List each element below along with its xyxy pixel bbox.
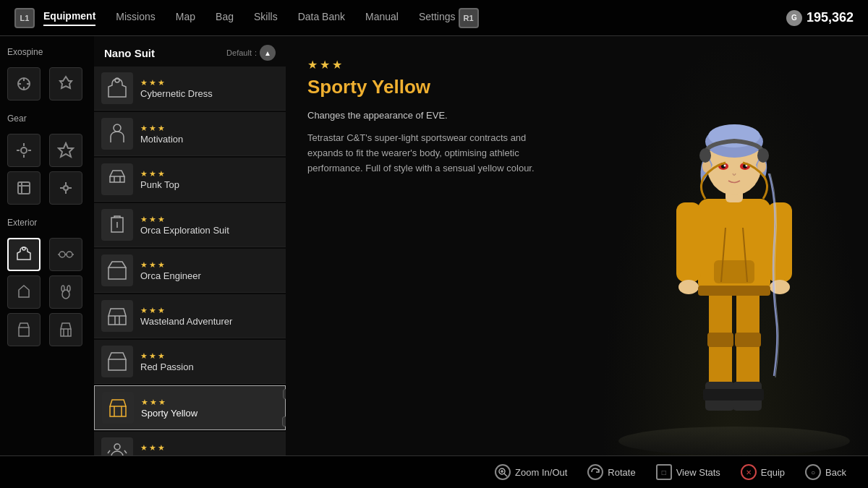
equip-item-8[interactable]: ★★★ Junk Mechanic xyxy=(94,432,286,455)
detail-name: Sporty Yellow xyxy=(307,76,579,98)
exterior-label: Exterior xyxy=(7,218,87,228)
nav-settings[interactable]: Settings xyxy=(419,11,456,25)
gear-slot-3[interactable] xyxy=(7,171,41,205)
detail-description: Tetrastar C&T's super-light sportswear c… xyxy=(307,131,539,176)
exterior-slot-6[interactable] xyxy=(49,313,82,346)
equip-item-3[interactable]: ★★★ Orca Exploration Suit xyxy=(94,203,286,247)
list-title: Nano Suit xyxy=(104,47,155,59)
svg-point-9 xyxy=(61,286,64,291)
svg-marker-2 xyxy=(59,143,73,157)
equip-stars-5: ★★★ xyxy=(140,306,278,315)
exospine-slot-2[interactable] xyxy=(49,67,82,100)
bottom-bar: Zoom In/Out Rotate □ View Stats ✕ Equip … xyxy=(0,455,868,488)
svg-point-43 xyxy=(757,148,769,163)
equip-icon-2 xyxy=(101,163,133,195)
main-content: Exospine Gear xyxy=(0,36,868,455)
svg-rect-16 xyxy=(707,333,733,347)
equip-stars-7: ★★★ xyxy=(141,398,278,407)
equip-icon-6 xyxy=(101,346,133,377)
nav-equipment[interactable]: Equipment xyxy=(43,10,95,26)
equip-info-3: ★★★ Orca Exploration Suit xyxy=(140,215,278,236)
equip-item-7[interactable]: ★★★ Sporty Yellow L2 ▲ ▼ R2 xyxy=(94,385,286,430)
exterior-slot-5[interactable] xyxy=(7,313,41,346)
rotate-icon xyxy=(587,464,603,480)
exterior-slot-3[interactable] xyxy=(7,275,41,309)
svg-point-10 xyxy=(67,286,70,291)
equip-info-4: ★★★ Orca Engineer xyxy=(140,260,278,281)
exterior-slot-glasses[interactable] xyxy=(49,238,82,271)
equip-name-7: Sporty Yellow xyxy=(141,408,278,419)
equip-name-5: Wasteland Adventurer xyxy=(140,316,278,327)
equip-item-0[interactable]: ★★★ Cybernetic Dress xyxy=(94,67,286,111)
nav-databank[interactable]: Data Bank xyxy=(298,11,345,25)
nav-bag[interactable]: Bag xyxy=(216,11,234,25)
nav-manual[interactable]: Manual xyxy=(365,11,399,25)
currency-amount: 195,362 xyxy=(807,10,854,25)
equip-info-6: ★★★ Red Passion xyxy=(140,351,278,372)
list-header: Nano Suit Default : ▲ xyxy=(94,36,286,67)
gear-slot-1[interactable] xyxy=(7,134,41,167)
scroll-l2: L2 xyxy=(283,389,286,399)
equip-name-4: Orca Engineer xyxy=(140,270,278,281)
svg-point-4 xyxy=(64,186,68,190)
character-figure xyxy=(640,72,828,434)
rotate-label: Rotate xyxy=(608,467,635,478)
svg-point-28 xyxy=(678,280,699,294)
svg-rect-27 xyxy=(767,202,792,282)
l1-button[interactable]: L1 xyxy=(14,8,35,28)
detail-panel: ★★★ Sporty Yellow Changes the appearance… xyxy=(286,36,600,455)
svg-rect-17 xyxy=(735,333,761,347)
nav-map[interactable]: Map xyxy=(176,11,195,25)
svg-point-6 xyxy=(59,252,65,257)
equip-item-4[interactable]: ★★★ Orca Engineer xyxy=(94,249,286,293)
gear-label: Gear xyxy=(7,114,87,124)
svg-rect-26 xyxy=(676,202,701,282)
equip-icon-5 xyxy=(101,300,133,332)
exospine-slot-1[interactable] xyxy=(7,67,41,100)
equip-icon-3 xyxy=(101,209,133,241)
default-btn[interactable]: ▲ xyxy=(260,45,276,61)
svg-point-38 xyxy=(724,165,726,167)
equip-item-1[interactable]: ★★★ Motivation xyxy=(94,112,286,156)
equip-item-2[interactable]: ★★★ Punk Top xyxy=(94,158,286,202)
svg-rect-23 xyxy=(714,260,754,283)
exterior-slot-rabbit[interactable] xyxy=(49,275,82,309)
equip-stars-6: ★★★ xyxy=(140,351,278,361)
detail-subtitle: Changes the appearance of EVE. xyxy=(307,110,579,121)
list-default: Default : ▲ xyxy=(226,45,276,61)
gear-slot-2[interactable] xyxy=(49,134,82,167)
svg-rect-3 xyxy=(18,182,30,194)
default-label: Default xyxy=(226,48,252,57)
exterior-slot-suit[interactable] xyxy=(7,238,41,271)
action-zoom[interactable]: Zoom In/Out xyxy=(495,464,567,480)
r1-button[interactable]: R1 xyxy=(459,8,479,28)
equip-info-5: ★★★ Wasteland Adventurer xyxy=(140,306,278,327)
zoom-icon xyxy=(495,464,511,480)
currency-icon: G xyxy=(786,10,802,26)
equip-icon-4 xyxy=(101,254,133,286)
equip-info-0: ★★★ Cybernetic Dress xyxy=(140,78,278,99)
exospine-label: Exospine xyxy=(7,47,87,57)
left-sidebar: Exospine Gear xyxy=(0,36,94,455)
nav-missions[interactable]: Missions xyxy=(116,11,155,25)
svg-point-42 xyxy=(699,148,711,163)
equip-item-6[interactable]: ★★★ Red Passion xyxy=(94,340,286,384)
svg-rect-44 xyxy=(698,286,770,296)
equip-name-8: Junk Mechanic xyxy=(140,453,278,456)
character-preview xyxy=(600,36,868,455)
action-viewstats[interactable]: □ View Stats xyxy=(656,464,720,480)
equip-icon-8 xyxy=(101,437,133,455)
top-nav: L1 Equipment Missions Map Bag Skills Dat… xyxy=(0,0,868,36)
action-equip[interactable]: ✕ Equip xyxy=(741,464,785,480)
equip-stars-3: ★★★ xyxy=(140,215,278,224)
gear-slot-4[interactable] xyxy=(49,171,82,205)
equip-stars-1: ★★★ xyxy=(140,124,278,133)
action-back[interactable]: ○ Back xyxy=(805,464,846,480)
currency-display: G 195,362 xyxy=(786,10,854,26)
nav-skills[interactable]: Skills xyxy=(254,11,278,25)
equip-item-5[interactable]: ★★★ Wasteland Adventurer xyxy=(94,294,286,338)
action-rotate[interactable]: Rotate xyxy=(587,464,635,480)
equip-stars-2: ★★★ xyxy=(140,169,278,179)
equip-icon-1 xyxy=(101,118,133,150)
back-icon: ○ xyxy=(805,464,821,480)
